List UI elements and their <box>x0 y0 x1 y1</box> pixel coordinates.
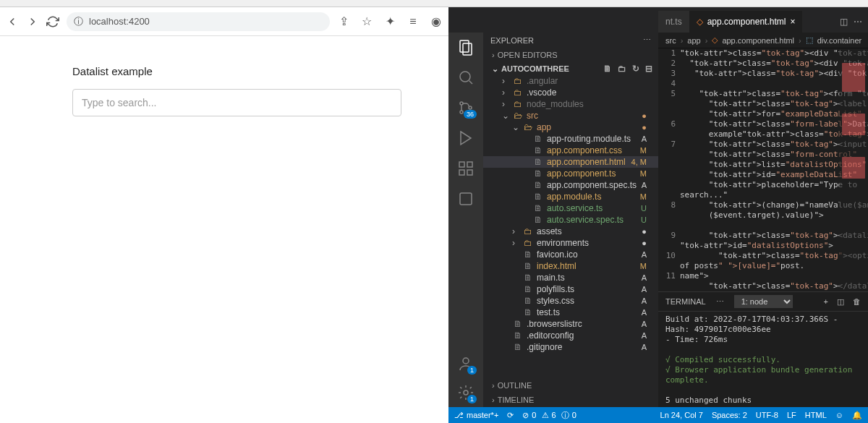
vscode-window: nt.ts ◇ app.component.html × ◫ ⋯ 36 <box>448 7 868 423</box>
file-app-component-html[interactable]: 🗎app.component.html4, M <box>483 156 658 168</box>
svg-rect-8 <box>459 170 464 175</box>
cursor-position[interactable]: Ln 24, Col 7 <box>660 411 703 419</box>
bookmark-panel-icon[interactable] <box>457 190 475 208</box>
file-app-routing-module-ts[interactable]: 🗎app-routing.module.tsA <box>483 133 658 145</box>
file-app-component-ts[interactable]: 🗎app.component.tsM <box>483 168 658 179</box>
reload-icon[interactable] <box>46 15 59 28</box>
search-input[interactable] <box>72 89 401 116</box>
file-index-html[interactable]: 🗎index.htmlM <box>483 260 658 272</box>
eol-indicator[interactable]: LF <box>787 411 796 419</box>
file-polyfills-ts[interactable]: 🗎polyfills.tsA <box>483 283 658 295</box>
browser-toolbar: ⓘ localhost:4200 ⇪ ☆ ✦ ≡ ◉ <box>0 7 448 36</box>
gear-icon[interactable]: 1 <box>457 384 475 401</box>
more-editor-icon[interactable]: ⋯ <box>854 17 862 27</box>
problems-indicator[interactable]: ⊘0 ⚠6 ⓘ0 <box>522 410 576 421</box>
file-auto-service-ts[interactable]: 🗎auto.service.tsU <box>483 202 658 214</box>
folder-node-modules[interactable]: ›🗀node_modules <box>483 98 658 110</box>
open-editors-section[interactable]: › OPEN EDITORS <box>483 48 658 62</box>
refresh-icon[interactable]: ↻ <box>632 64 639 74</box>
folder-app[interactable]: ⌄🗁app● <box>483 121 658 133</box>
language-indicator[interactable]: HTML <box>805 411 827 419</box>
explorer-icon[interactable] <box>457 38 475 56</box>
folder-src[interactable]: ⌄🗁src● <box>483 110 658 121</box>
extensions-icon[interactable]: ✦ <box>383 15 396 28</box>
address-url: localhost:4200 <box>89 16 150 27</box>
folder-environments[interactable]: ›🗀environments● <box>483 237 658 249</box>
file-app-module-ts[interactable]: 🗎app.module.tsM <box>483 191 658 202</box>
page-body: Datalist example <box>0 36 448 145</box>
terminal-shell-select[interactable]: 1: node <box>734 295 793 308</box>
notifications-icon[interactable]: 🔔 <box>852 411 862 420</box>
chevron-right-icon: › <box>492 51 495 59</box>
split-terminal-icon[interactable]: ◫ <box>837 297 844 307</box>
split-editor-icon[interactable]: ◫ <box>840 17 848 27</box>
back-icon[interactable] <box>6 15 19 28</box>
terminal-tab[interactable]: TERMINAL <box>665 297 706 306</box>
svg-point-4 <box>460 111 463 114</box>
run-debug-icon[interactable] <box>457 129 475 147</box>
source-control-icon[interactable]: 36 <box>457 99 475 116</box>
folder-assets[interactable]: ›🗀assets● <box>483 226 658 237</box>
svg-rect-1 <box>463 43 472 55</box>
encoding-indicator[interactable]: UTF-8 <box>756 411 778 419</box>
explorer-title: EXPLORER <box>490 36 534 45</box>
sync-indicator[interactable]: ⟳ <box>507 411 514 420</box>
extensions-panel-icon[interactable] <box>457 160 475 177</box>
svg-rect-6 <box>459 162 464 167</box>
new-folder-icon[interactable]: 🗀 <box>618 64 626 74</box>
close-icon[interactable]: × <box>790 17 795 27</box>
editor-tab-label: app.component.html <box>707 17 786 27</box>
share-icon[interactable]: ⇪ <box>337 15 350 28</box>
file--editorconfig[interactable]: 🗎.editorconfigA <box>483 330 658 341</box>
terminal-output[interactable]: Build at: 2022-07-17T04:03:37.366S - Has… <box>658 312 868 407</box>
readlist-icon[interactable]: ≡ <box>407 15 420 28</box>
file-main-ts[interactable]: 🗎main.tsA <box>483 272 658 283</box>
search-icon[interactable] <box>457 69 475 86</box>
kill-terminal-icon[interactable]: 🗑 <box>853 297 861 306</box>
editor-tabs: nt.ts ◇ app.component.html × ◫ ⋯ <box>448 7 868 33</box>
breadcrumb[interactable]: src› app› ◇app.component.html› ⬚div.cont… <box>658 33 868 48</box>
svg-point-2 <box>460 72 470 82</box>
file-styles-css[interactable]: 🗎styles.cssA <box>483 295 658 307</box>
explorer-more-icon[interactable]: ⋯ <box>643 35 651 45</box>
browser-pane: ⓘ localhost:4200 ⇪ ☆ ✦ ≡ ◉ Datalist exam… <box>0 7 448 423</box>
branch-indicator[interactable]: ⎇ master*+ <box>454 411 498 420</box>
file--gitignore[interactable]: 🗎.gitignoreA <box>483 341 658 353</box>
file-app-component-css[interactable]: 🗎app.component.cssM <box>483 145 658 156</box>
account-icon[interactable]: 1 <box>457 355 475 372</box>
forward-icon[interactable] <box>26 15 39 28</box>
timeline-section[interactable]: › TIMELINE <box>483 393 658 407</box>
project-header[interactable]: ⌄ AUTOCOMTHREE 🗎 🗀 ↻ ⊟ <box>483 62 658 75</box>
terminal-more-icon[interactable]: ⋯ <box>716 297 724 307</box>
activity-bar: 36 1 1 <box>448 33 483 407</box>
profile-icon[interactable]: ◉ <box>430 15 443 28</box>
new-terminal-icon[interactable]: + <box>824 297 828 306</box>
spaces-indicator[interactable]: Spaces: 2 <box>712 411 747 419</box>
file-test-ts[interactable]: 🗎test.tsA <box>483 307 658 318</box>
address-bar[interactable]: ⓘ localhost:4200 <box>67 12 330 31</box>
chevron-right-icon: › <box>492 381 495 390</box>
svg-point-12 <box>464 390 468 395</box>
file-auto-service-spec-ts[interactable]: 🗎auto.service.spec.tsU <box>483 214 658 226</box>
collapse-icon[interactable]: ⊟ <box>645 64 652 74</box>
bookmark-icon[interactable]: ☆ <box>360 15 373 28</box>
file--browserslistrc[interactable]: 🗎.browserslistrcA <box>483 318 658 330</box>
folder--angular[interactable]: ›🗀.angular <box>483 75 658 87</box>
svg-rect-0 <box>460 40 469 52</box>
editor-tab-overflow[interactable]: nt.ts <box>658 11 689 33</box>
editor-tab-active[interactable]: ◇ app.component.html × <box>689 11 803 33</box>
svg-rect-7 <box>467 162 472 167</box>
svg-point-5 <box>469 106 472 109</box>
scm-badge: 36 <box>464 110 477 119</box>
explorer-sidebar: EXPLORER ⋯ › OPEN EDITORS ⌄ AUTOCOMTHREE… <box>483 33 658 407</box>
outline-section[interactable]: › OUTLINE <box>483 378 658 393</box>
folder--vscode[interactable]: ›🗀.vscode <box>483 87 658 98</box>
feedback-icon[interactable]: ☺ <box>835 411 843 419</box>
new-file-icon[interactable]: 🗎 <box>603 64 612 74</box>
file-app-component-spec-ts[interactable]: 🗎app.component.spec.tsA <box>483 179 658 191</box>
svg-rect-10 <box>460 193 472 205</box>
file-favicon-ico[interactable]: 🗎favicon.icoA <box>483 249 658 260</box>
chevron-right-icon: › <box>492 396 495 404</box>
svg-rect-9 <box>467 170 472 175</box>
minimap[interactable] <box>839 48 868 291</box>
